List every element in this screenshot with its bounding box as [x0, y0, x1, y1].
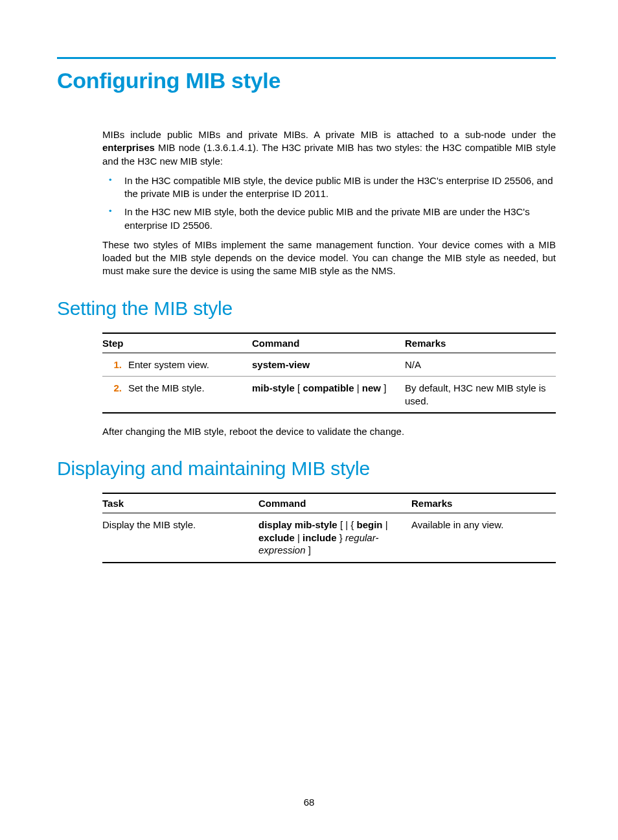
- col-header-command: Command: [258, 493, 411, 513]
- col-header-remarks: Remarks: [405, 333, 556, 353]
- intro-text-2: MIB node (1.3.6.1.4.1). The H3C private …: [102, 142, 556, 166]
- intro-section: MIBs include public MIBs and private MIB…: [102, 128, 556, 278]
- table1-block: Step Command Remarks 1. Enter system vie…: [102, 332, 556, 439]
- table-row: 2. Set the MIB style. mib-style [ compat…: [102, 377, 556, 414]
- command-cell: mib-style [ compatible | new ]: [252, 377, 405, 414]
- section-heading-setting: Setting the MIB style: [57, 298, 556, 320]
- table2-block: Task Command Remarks Display the MIB sty…: [102, 493, 556, 563]
- task-cell: Display the MIB style.: [102, 513, 258, 563]
- command-bold: system-view: [252, 359, 310, 370]
- remarks-cell: Available in any view.: [411, 513, 556, 563]
- step-number: 1.: [102, 353, 128, 377]
- cmd-b: begin: [356, 519, 382, 530]
- col-header-task: Task: [102, 493, 258, 513]
- intro-text-1: MIBs include public MIBs and private MIB…: [102, 129, 556, 140]
- bullet-item: In the H3C new MIB style, both the devic…: [102, 205, 556, 232]
- cmd-t: |: [354, 382, 362, 393]
- after-table1-note: After changing the MIB style, reboot the…: [102, 425, 556, 438]
- bullet-list: In the H3C compatible MIB style, the dev…: [102, 174, 556, 232]
- cmd-b: include: [303, 532, 337, 543]
- bullet-item: In the H3C compatible MIB style, the dev…: [102, 174, 556, 201]
- cmd-t: ]: [306, 544, 311, 555]
- display-table: Task Command Remarks Display the MIB sty…: [102, 493, 556, 563]
- setting-table: Step Command Remarks 1. Enter system vie…: [102, 332, 556, 414]
- cmd-b: compatible: [303, 382, 354, 393]
- page-number: 68: [0, 797, 618, 808]
- step-desc: Enter system view.: [128, 353, 252, 377]
- command-cell: display mib-style [ | { begin | exclude …: [258, 513, 411, 563]
- table-row: 1. Enter system view. system-view N/A: [102, 353, 556, 377]
- command-cell: system-view: [252, 353, 405, 377]
- cmd-b: exclude: [258, 532, 295, 543]
- col-header-remarks: Remarks: [411, 493, 556, 513]
- cmd-t: [ | {: [338, 519, 357, 530]
- cmd-t: [: [295, 382, 303, 393]
- cmd-b: mib-style: [252, 382, 295, 393]
- remarks-cell: N/A: [405, 353, 556, 377]
- cmd-t: ]: [381, 382, 386, 393]
- table-row: Display the MIB style. display mib-style…: [102, 513, 556, 563]
- paragraph-2: These two styles of MIBs implement the s…: [102, 239, 556, 278]
- page-title: Configuring MIB style: [57, 68, 556, 93]
- top-rule: [57, 57, 556, 59]
- cmd-b: display mib-style: [258, 519, 338, 530]
- cmd-t: |: [295, 532, 303, 543]
- section-heading-displaying: Displaying and maintaining MIB style: [57, 458, 556, 480]
- intro-paragraph: MIBs include public MIBs and private MIB…: [102, 128, 556, 168]
- cmd-t: }: [337, 532, 345, 543]
- remarks-cell: By default, H3C new MIB style is used.: [405, 377, 556, 414]
- step-desc: Set the MIB style.: [128, 377, 252, 414]
- cmd-b: new: [362, 382, 381, 393]
- col-header-command: Command: [252, 333, 405, 353]
- step-number: 2.: [102, 377, 128, 414]
- col-header-step: Step: [102, 333, 252, 353]
- cmd-t: |: [382, 519, 387, 530]
- page-container: Configuring MIB style MIBs include publi…: [0, 0, 618, 840]
- intro-bold: enterprises: [102, 142, 155, 153]
